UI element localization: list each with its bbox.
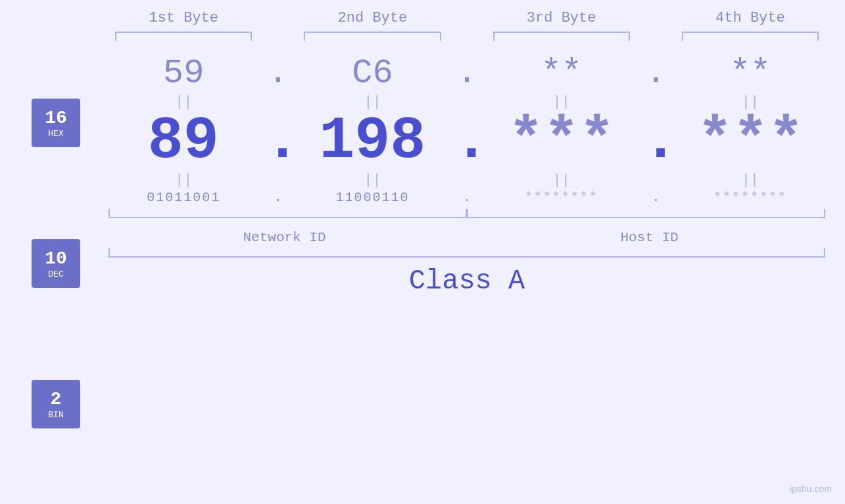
host-id-label: Host ID: [467, 230, 832, 245]
bin-dot-3: .: [643, 190, 669, 205]
main-content-area: 1st Byte 2nd Byte 3rd Byte 4th Byte: [102, 10, 832, 297]
hex-dot-2: .: [454, 54, 480, 93]
hex-value-1: 59: [102, 54, 265, 93]
byte-header-1: 1st Byte: [102, 10, 265, 26]
hex-value-3: **: [480, 54, 643, 93]
top-brackets-row: [102, 32, 832, 41]
main-container: 16 HEX 10 DEC 2 BIN 1st Byte 2nd Byte 3r…: [0, 0, 845, 504]
dec-badge: 10 DEC: [32, 239, 80, 288]
network-id-bracket: [109, 209, 467, 218]
class-label: Class A: [409, 265, 525, 297]
top-bracket-3: [480, 32, 643, 41]
top-bracket-2: [291, 32, 454, 41]
bin-dot-2: .: [454, 190, 480, 205]
dec-dot-1: .: [265, 112, 291, 171]
hex-dot-3: .: [643, 54, 669, 93]
bin-dot-1: .: [265, 190, 291, 205]
bin-badge-number: 2: [51, 388, 62, 411]
network-id-label: Network ID: [102, 230, 467, 245]
bin-value-3: ********: [480, 190, 643, 205]
bin-value-4: ********: [669, 190, 832, 205]
eq2-3: ||: [480, 172, 643, 189]
dec-value-3: ***: [480, 112, 643, 171]
dec-badge-number: 10: [45, 248, 67, 270]
dec-value-4: ***: [669, 112, 833, 171]
eq2-4: ||: [669, 172, 832, 189]
full-bottom-bracket: [109, 248, 825, 258]
byte-header-2: 2nd Byte: [291, 10, 454, 26]
badges-column: 16 HEX 10 DEC 2 BIN: [32, 99, 80, 428]
hex-value-4: **: [669, 54, 832, 93]
top-bracket-4: [669, 32, 832, 41]
dec-row: 89 . 198 . *** . ***: [102, 112, 832, 171]
bin-row: 01011001 . 11000110 . ******** . *******…: [102, 190, 832, 205]
byte-header-3: 3rd Byte: [480, 10, 643, 26]
bottom-label-area: Network ID Host ID: [102, 209, 832, 248]
top-bracket-1: [102, 32, 265, 41]
dec-badge-label: DEC: [48, 269, 63, 279]
eq2-1: ||: [102, 172, 265, 189]
bin-value-1: 01011001: [102, 190, 265, 205]
watermark: ipshu.com: [790, 484, 832, 494]
host-id-bracket: [467, 209, 825, 218]
hex-value-2: C6: [291, 54, 454, 93]
dec-value-2: 198: [291, 112, 454, 171]
bin-value-2: 11000110: [291, 190, 454, 205]
hex-dot-1: .: [265, 54, 291, 93]
byte-headers-row: 1st Byte 2nd Byte 3rd Byte 4th Byte: [102, 10, 832, 26]
class-label-container: Class A: [102, 265, 832, 297]
dec-value-1: 89: [102, 112, 265, 171]
hex-badge-label: HEX: [48, 129, 63, 139]
eq2-2: ||: [291, 172, 454, 189]
dec-dot-3: .: [643, 112, 669, 171]
bin-badge: 2 BIN: [32, 380, 80, 428]
hex-badge: 16 HEX: [32, 99, 80, 147]
hex-badge-number: 16: [45, 107, 67, 129]
hex-row: 59 . C6 . ** . **: [102, 54, 832, 93]
bin-badge-label: BIN: [48, 410, 63, 420]
byte-header-4: 4th Byte: [669, 10, 832, 26]
dec-dot-2: .: [454, 112, 480, 171]
